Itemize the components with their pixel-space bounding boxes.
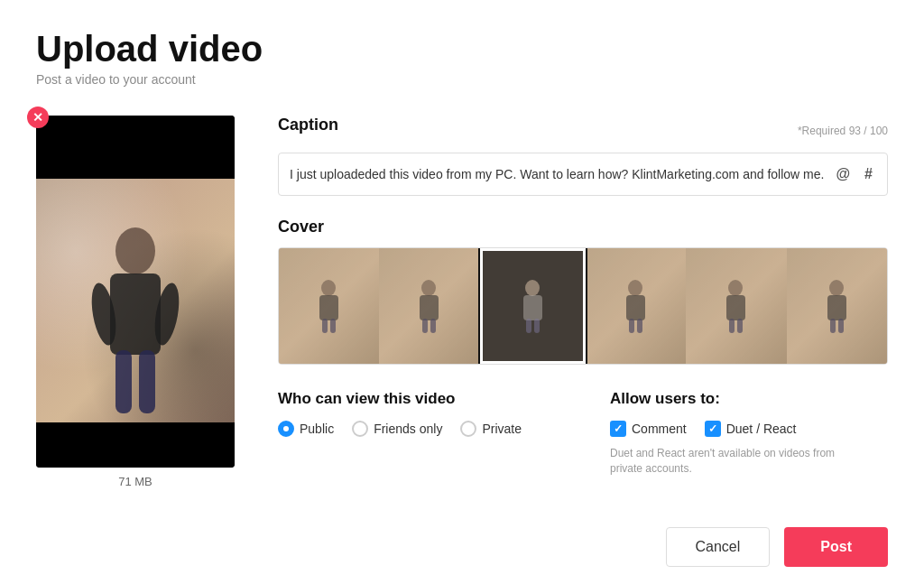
svg-rect-11 <box>420 295 439 320</box>
hash-button[interactable]: # <box>861 164 876 184</box>
close-video-button[interactable]: ✕ <box>27 107 49 128</box>
video-bottom-black <box>36 422 235 468</box>
svg-rect-19 <box>626 295 645 320</box>
radio-friends-label: Friends only <box>374 422 442 436</box>
allow-users-label: Allow users to: <box>610 390 888 408</box>
cover-person-1 <box>313 279 345 333</box>
svg-rect-23 <box>726 295 745 320</box>
radio-friends-circle <box>352 421 368 437</box>
svg-rect-12 <box>422 319 428 333</box>
radio-private-label: Private <box>482 422 522 436</box>
cover-frame-2[interactable] <box>379 248 479 364</box>
caption-required-hint: *Required 93 / 100 <box>798 125 888 137</box>
svg-rect-21 <box>637 319 642 333</box>
cover-frame-5[interactable] <box>686 248 786 364</box>
svg-rect-7 <box>319 295 338 320</box>
svg-rect-5 <box>139 350 155 413</box>
radio-public-label: Public <box>300 422 334 436</box>
svg-rect-24 <box>729 319 735 333</box>
cover-frame-4[interactable] <box>586 248 686 364</box>
permissions-row: Who can view this video Public Friends o… <box>278 390 888 477</box>
svg-rect-28 <box>830 319 836 333</box>
svg-point-0 <box>116 227 155 274</box>
radio-private[interactable]: Private <box>460 421 522 437</box>
video-preview-container: ✕ 71 MB <box>36 116 235 488</box>
svg-rect-27 <box>827 295 846 320</box>
svg-point-10 <box>421 280 436 296</box>
checkbox-comment-label: Comment <box>632 422 687 436</box>
caption-header: Caption *Required 93 / 100 <box>278 116 888 145</box>
svg-point-14 <box>525 280 540 296</box>
video-preview <box>36 116 235 468</box>
cover-person-3 <box>517 279 549 333</box>
file-size: 71 MB <box>36 475 235 488</box>
page-title: Upload video <box>36 29 888 69</box>
at-button[interactable]: @ <box>832 164 854 184</box>
video-top-black <box>36 116 235 179</box>
cover-frame-1[interactable] <box>279 248 379 364</box>
post-button[interactable]: Post <box>784 527 888 567</box>
checkbox-duet-box <box>705 421 721 437</box>
radio-options: Public Friends only Private <box>278 421 556 437</box>
svg-rect-16 <box>526 319 531 333</box>
svg-rect-1 <box>110 273 161 355</box>
cancel-button[interactable]: Cancel <box>666 527 771 567</box>
caption-actions: @ # <box>832 164 876 184</box>
allow-note: Duet and React aren't available on video… <box>610 446 845 477</box>
svg-point-22 <box>728 280 743 296</box>
main-layout: ✕ 71 MB <box>36 116 888 567</box>
svg-rect-17 <box>534 319 540 333</box>
svg-rect-15 <box>523 295 542 320</box>
caption-input-wrapper[interactable]: I just uploadeded this video from my PC.… <box>278 153 888 196</box>
radio-public[interactable]: Public <box>278 421 334 437</box>
svg-rect-9 <box>330 319 336 333</box>
caption-value: I just uploadeded this video from my PC.… <box>290 165 825 184</box>
svg-rect-25 <box>737 319 743 333</box>
who-can-view-group: Who can view this video Public Friends o… <box>278 390 556 437</box>
svg-point-26 <box>829 280 844 296</box>
radio-public-circle <box>278 421 294 437</box>
cover-frame-3[interactable] <box>480 248 586 364</box>
form-area: Caption *Required 93 / 100 I just upload… <box>278 116 888 567</box>
cover-section: Cover <box>278 218 888 365</box>
radio-friends[interactable]: Friends only <box>352 421 442 437</box>
who-can-view-label: Who can view this video <box>278 390 556 408</box>
checkbox-duet-label: Duet / React <box>726 422 797 436</box>
svg-rect-4 <box>116 350 132 413</box>
svg-rect-8 <box>322 319 328 333</box>
checkbox-comment[interactable]: Comment <box>610 421 687 437</box>
cover-person-2 <box>413 279 445 333</box>
cover-person-4 <box>620 279 651 333</box>
svg-rect-29 <box>838 319 844 333</box>
cover-person-6 <box>821 279 853 333</box>
cover-label: Cover <box>278 218 888 236</box>
cover-person-5 <box>720 279 752 333</box>
checkbox-comment-box <box>610 421 626 437</box>
svg-rect-13 <box>430 319 436 333</box>
checkbox-options: Comment Duet / React <box>610 421 888 437</box>
caption-section: Caption *Required 93 / 100 I just upload… <box>278 116 888 196</box>
footer-actions: Cancel Post <box>278 513 888 567</box>
svg-point-18 <box>628 280 642 296</box>
radio-private-circle <box>460 421 476 437</box>
svg-point-6 <box>321 280 336 296</box>
video-middle-frame <box>36 179 235 422</box>
allow-users-group: Allow users to: Comment Duet / React Due… <box>610 390 888 477</box>
checkbox-duet[interactable]: Duet / React <box>705 421 797 437</box>
cover-strip <box>278 247 888 365</box>
cover-frame-6[interactable] <box>787 248 887 364</box>
caption-label: Caption <box>278 116 338 134</box>
page-subtitle: Post a video to your account <box>36 72 888 87</box>
person-silhouette <box>90 224 180 422</box>
svg-rect-20 <box>629 319 634 333</box>
